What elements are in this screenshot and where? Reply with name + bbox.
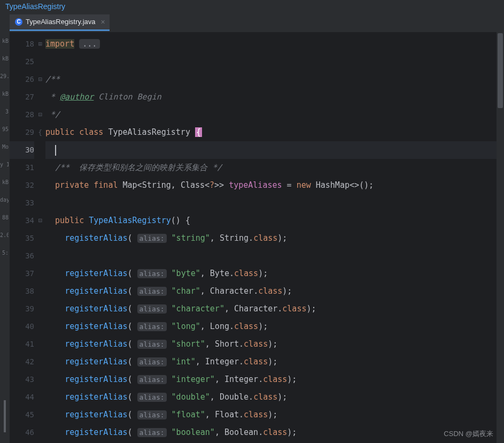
code-area[interactable]: import .../** * @author Clinton Begin */… bbox=[45, 32, 504, 443]
close-icon[interactable]: × bbox=[101, 18, 105, 26]
breadcrumb-item[interactable]: TypeAliasRegistry bbox=[5, 2, 65, 11]
breadcrumb[interactable]: TypeAliasRegistry bbox=[0, 0, 504, 13]
watermark: CSDN @嫣夜来 bbox=[444, 429, 493, 439]
scrollbar-thumb[interactable] bbox=[498, 33, 503, 108]
tab-active[interactable]: C TypeAliasRegistry.java × bbox=[10, 14, 110, 31]
scrollbar[interactable] bbox=[497, 32, 504, 443]
java-class-icon: C bbox=[15, 18, 22, 26]
left-sidebar: kBkB29.kB395Moy 1kBday882.05: bbox=[0, 32, 10, 443]
tab-filename: TypeAliasRegistry.java bbox=[26, 18, 96, 26]
editor: kBkB29.kB395Moy 1kBday882.05: 18⊞2526⊟27… bbox=[0, 32, 504, 443]
tab-bar: C TypeAliasRegistry.java × bbox=[0, 13, 504, 32]
minimap-mark bbox=[4, 400, 6, 432]
gutter[interactable]: 18⊞2526⊟2728⊟29{3031323334⊟3536373839404… bbox=[10, 32, 45, 443]
